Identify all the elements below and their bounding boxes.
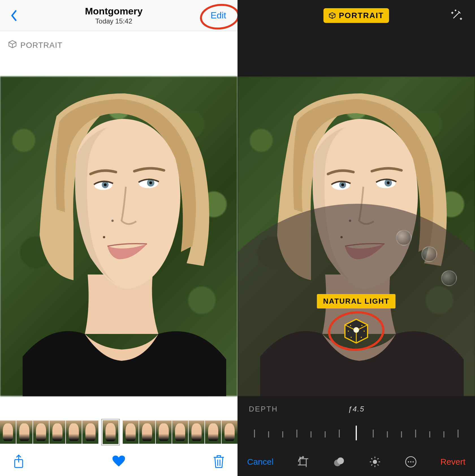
favorite-button[interactable] xyxy=(112,454,126,470)
cancel-label: Cancel xyxy=(247,457,273,466)
cube-icon xyxy=(329,12,336,19)
lighting-option[interactable] xyxy=(441,270,457,286)
thumbnail-gap xyxy=(99,421,101,444)
portrait-pill-text: PORTRAIT xyxy=(339,11,384,20)
portrait-cube-icon xyxy=(342,317,370,345)
svg-point-37 xyxy=(348,331,349,332)
chevron-left-icon xyxy=(10,10,18,21)
trash-icon xyxy=(212,454,226,469)
share-icon xyxy=(12,454,25,469)
svg-point-26 xyxy=(341,183,344,186)
depth-slider[interactable] xyxy=(249,422,464,444)
depth-row: DEPTH ƒ4.5 . xyxy=(238,405,475,413)
main-photo[interactable] xyxy=(0,76,238,396)
lighting-option[interactable] xyxy=(421,246,437,262)
more-button[interactable] xyxy=(405,456,417,468)
ellipsis-circle-icon xyxy=(405,456,417,468)
adjust-button[interactable] xyxy=(369,456,381,468)
thumbnail[interactable] xyxy=(66,421,82,444)
svg-rect-56 xyxy=(300,459,306,465)
thumbnail[interactable] xyxy=(49,421,65,444)
adjust-dial-icon xyxy=(369,456,381,468)
svg-point-62 xyxy=(337,457,344,464)
thumbnail[interactable] xyxy=(222,421,238,444)
lighting-mode-label: NATURAL LIGHT xyxy=(317,294,396,308)
svg-point-8 xyxy=(111,220,114,222)
cube-icon xyxy=(8,40,17,51)
share-button[interactable] xyxy=(12,454,25,470)
svg-point-75 xyxy=(413,461,414,463)
thumbnail[interactable] xyxy=(139,421,155,444)
thumbnail[interactable] xyxy=(33,421,49,444)
viewer-header: Montgomery Today 15:42 Edit xyxy=(0,0,238,31)
edit-button[interactable]: Edit xyxy=(208,8,229,22)
svg-point-29 xyxy=(387,181,390,184)
svg-point-74 xyxy=(410,461,411,463)
edit-label: Edit xyxy=(211,10,226,20)
thumbnail[interactable] xyxy=(205,421,221,444)
photo-editor-pane: PORTRAIT xyxy=(238,0,475,476)
auto-enhance-button[interactable] xyxy=(450,8,463,23)
svg-line-71 xyxy=(377,458,379,459)
portrait-mode-pill[interactable]: PORTRAIT xyxy=(323,8,389,23)
svg-line-70 xyxy=(371,464,372,466)
magic-wand-icon xyxy=(450,8,463,22)
crop-rotate-icon xyxy=(297,456,309,468)
thumbnail[interactable] xyxy=(172,421,188,444)
thumbnail[interactable] xyxy=(156,421,172,444)
depth-label: DEPTH xyxy=(249,405,278,413)
delete-button[interactable] xyxy=(212,454,226,470)
cancel-button[interactable]: Cancel xyxy=(247,457,273,467)
thumbnail-gap xyxy=(120,421,122,444)
svg-point-63 xyxy=(373,460,377,464)
heart-icon xyxy=(112,454,126,469)
svg-point-35 xyxy=(350,325,351,326)
svg-line-68 xyxy=(371,458,372,459)
viewer-toolbar xyxy=(0,448,238,476)
header-title-block: Montgomery Today 15:42 xyxy=(85,6,142,25)
back-button[interactable] xyxy=(8,10,20,21)
thumbnail-strip[interactable] xyxy=(0,419,238,445)
editor-toolbar: Cancel Revert xyxy=(238,448,475,476)
lighting-option-selected[interactable] xyxy=(342,317,370,345)
portrait-badge-row: PORTRAIT xyxy=(0,31,238,51)
svg-point-38 xyxy=(364,331,365,332)
svg-point-73 xyxy=(408,461,409,463)
thumbnail[interactable] xyxy=(189,421,204,444)
thumbnail-selected[interactable] xyxy=(102,419,119,445)
thumbnail[interactable] xyxy=(0,421,16,444)
filters-button[interactable] xyxy=(333,456,345,468)
svg-point-4 xyxy=(104,183,107,186)
editor-header: PORTRAIT xyxy=(238,0,475,31)
svg-point-7 xyxy=(149,181,152,184)
filters-icon xyxy=(333,456,345,468)
depth-value: ƒ4.5 xyxy=(348,405,365,413)
revert-label: Revert xyxy=(441,457,465,466)
thumbnail[interactable] xyxy=(123,421,139,444)
svg-line-16 xyxy=(454,12,459,18)
editor-photo[interactable]: NATURAL LIGHT xyxy=(238,76,475,396)
svg-line-69 xyxy=(377,464,379,466)
revert-button[interactable]: Revert xyxy=(441,457,465,467)
slider-ticks-icon xyxy=(249,422,464,444)
thumbnail[interactable] xyxy=(82,421,98,444)
album-title: Montgomery xyxy=(85,6,142,17)
photos-viewer-pane: Montgomery Today 15:42 Edit PORTRAIT xyxy=(0,0,238,476)
crop-button[interactable] xyxy=(297,456,309,468)
photo-content xyxy=(0,76,238,396)
svg-point-9 xyxy=(103,236,105,238)
lighting-option[interactable] xyxy=(396,230,412,246)
svg-point-39 xyxy=(351,337,352,338)
photo-timestamp: Today 15:42 xyxy=(85,17,142,25)
svg-point-40 xyxy=(361,337,362,338)
svg-point-36 xyxy=(361,325,362,326)
svg-point-34 xyxy=(353,327,359,333)
thumbnail[interactable] xyxy=(16,421,32,444)
portrait-badge-text: PORTRAIT xyxy=(20,41,62,50)
